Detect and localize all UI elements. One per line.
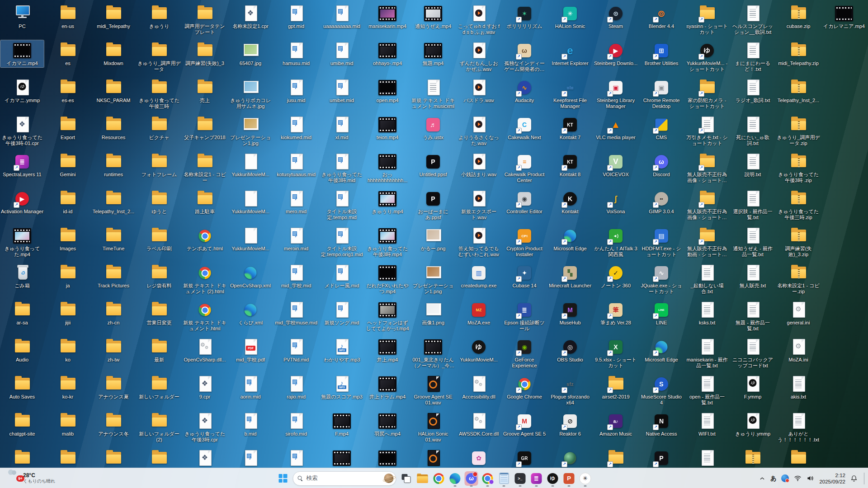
desktop-icon-YukkuriMovieM...[interactable]: YukkuriMovieM... <box>229 225 272 253</box>
search-box[interactable]: 検索 <box>293 471 396 486</box>
desktop-icon-HALion Sonic 01.wav[interactable]: HALion Sonic 01.wav <box>411 411 455 444</box>
desktop-icon-JQuake.exe - ショートカット[interactable]: ∿↗JQuake.exe - ショートカット <box>640 263 683 296</box>
desktop-icon-ニコニコバックアップコードtxt[interactable]: ニコニコバックアップコードtxt <box>731 337 774 370</box>
desktop-icon-aorin.mid[interactable]: ♪aorin.mid <box>229 374 272 401</box>
desktop-icon-名称未設定1 - コピー[interactable]: 名称未設定1 - コピー <box>183 151 226 184</box>
desktop-icon-ar-sa[interactable]: ar-sa <box>0 300 44 327</box>
desktop-icon-売上[interactable]: 売上 <box>183 77 226 104</box>
desktop-icon-ラジオ_歌詞.txt[interactable]: ラジオ_歌詞.txt <box>731 77 774 104</box>
desktop-icon-c10r13[interactable] <box>411 448 455 468</box>
desktop-icon-VLC media player[interactable]: ▲↗VLC media player <box>594 114 637 141</box>
desktop-icon-調声用データテンプレート[interactable]: 調声用データテンプレート <box>183 3 226 36</box>
desktop-icon-かるー.png[interactable]: かるー.png <box>411 225 455 253</box>
desktop-icon-9.cpr[interactable]: ❖9.cpr <box>183 374 226 401</box>
desktop-icon-新規エクスポート.wav[interactable]: 新規エクスポート.wav <box>457 188 500 221</box>
desktop-icon-新しいフォルダー[interactable]: 新しいフォルダー <box>137 374 181 401</box>
desktop-icon-Chrome Remote Desktop[interactable]: ▣↗Chrome Remote Desktop <box>640 77 683 110</box>
desktop-icon-イカレマニア.mp4[interactable]: イカレマニア.mp4 <box>822 3 866 30</box>
desktop-icon-Track Pictures[interactable]: Track Pictures <box>92 263 135 290</box>
desktop-icon-OpenCvSharp.dll...[interactable]: ⚙⚙OpenCvSharp.dll... <box>183 337 226 364</box>
desktop-icon-Controller Editor[interactable]: ◉↗Controller Editor <box>503 188 546 216</box>
desktop-icon-Cakewalk Product Center[interactable]: ≡↗Cakewalk Product Center <box>503 151 546 184</box>
desktop-icon-midi_Telepathy[interactable]: midi_Telepathy <box>92 3 135 30</box>
desktop-icon-画像1.png[interactable]: 画像1.png <box>411 300 455 327</box>
desktop-icon-teion.mp4[interactable]: teion.mp4 <box>366 114 409 141</box>
desktop-icon-umibe.mid[interactable]: ♪umibe.mid <box>320 40 363 67</box>
desktop-icon-タイトル未設定.tempo.mid[interactable]: ♪タイトル未設定.tempo.mid <box>320 188 363 221</box>
taskbar-icon-spectralayers[interactable]: ≣ <box>530 471 543 486</box>
desktop-icon-F.ymmp[interactable]: ゆF.ymmp <box>731 374 774 401</box>
desktop-icon-イカマニ.mp4[interactable]: イカマニ.mp4 <box>0 40 44 67</box>
desktop-icon-きゅうり食ってた午後3時-01.cpr[interactable]: ❖きゅうり食ってた午後3時-01.cpr <box>0 114 44 147</box>
show-desktop-button[interactable] <box>864 473 864 484</box>
desktop-icon-Blender 4.4[interactable]: ⊚↗Blender 4.4 <box>640 3 683 30</box>
desktop-icon-選択肢 - 親作品一覧.txt[interactable]: 選択肢 - 親作品一覧.txt <box>731 188 774 221</box>
desktop-icon-Microsoft Edge[interactable]: ↗Microsoft Edge <box>640 337 683 364</box>
desktop-icon-ポトポト弾ニャリフ®[interactable]: ✿ポトポト弾ニャリフ® <box>457 448 500 468</box>
desktop-icon-無人販売不正行為動画 - ショートカット[interactable]: ↗無人販売不正行為動画 - ショートカット <box>685 225 729 258</box>
desktop-icon-airset2-2019[interactable]: ↗airset2-2019 <box>594 374 637 401</box>
desktop-icon-Steam[interactable]: ⊙↗Steam <box>594 3 637 30</box>
desktop-icon-open.mp4[interactable]: open.mp4 <box>366 77 409 104</box>
desktop-icon-mid_学校muse.mid[interactable]: ♪mid_学校muse.mid <box>274 300 318 327</box>
desktop-icon-新しいフォルダー (2)[interactable]: 新しいフォルダー (2) <box>137 411 181 444</box>
desktop-icon-通知うぜえ.mp4[interactable]: 通知うぜえ.mp4 <box>411 3 455 30</box>
taskbar-icon-terminal[interactable]: >_ <box>514 471 527 486</box>
desktop-icon-プレゼンテーション1.jpg[interactable]: プレゼンテーション1.jpg <box>229 114 272 147</box>
desktop-icon-ずんだもん_しおかぜふ.wav[interactable]: ずんだもん_しおかぜふ.wav <box>457 40 500 73</box>
start-button[interactable] <box>276 471 290 486</box>
desktop-icon-c1r13[interactable] <box>0 448 44 468</box>
desktop-icon-gpt.mid[interactable]: ♪gpt.mid <box>274 3 318 30</box>
desktop-icon-Reaktor 6[interactable]: ⊘↗Reaktor 6 <box>548 411 592 438</box>
desktop-icon-名称未設定1.cpr[interactable]: ❖名称未設定1.cpr <box>229 3 272 30</box>
desktop-icon-HDDFMT.exe - ショートカット[interactable]: ▤↗HDDFMT.exe - ショートカット <box>640 225 683 258</box>
desktop-icon-答え知ってるでもむずいわこれ.wav[interactable]: 答え知ってるでもむずいわこれ.wav <box>457 225 500 258</box>
desktop-icon-Epson 接続診断ツール[interactable]: ≣↗Epson 接続診断ツール <box>503 300 546 333</box>
desktop-icon-PC[interactable]: PC <box>0 3 44 30</box>
desktop-icon-新規 テキスト ドキュメント (2).html[interactable]: 新規 テキスト ドキュメント (2).html <box>183 263 226 296</box>
desktop-icon-フォトフレーム[interactable]: フォトフレーム <box>137 151 181 178</box>
desktop-icon-新規 テキスト ドキュメント.html[interactable]: 新規 テキスト ドキュメント.html <box>183 300 226 333</box>
desktop-icon-es-es[interactable]: es-es <box>46 77 90 104</box>
desktop-icon-Internet Explorer[interactable]: e↗Internet Explorer <box>548 40 592 67</box>
desktop-icon-zh-cn[interactable]: zh-cn <box>92 300 135 327</box>
desktop-icon-Cubase 14[interactable]: ✦↗Cubase 14 <box>503 263 546 290</box>
desktop-icon-よりうるさくなった.wav[interactable]: よりうるさくなった.wav <box>457 114 500 147</box>
tray-chevron-up-icon[interactable] <box>759 475 765 482</box>
desktop-icon-Keepforest File Manager[interactable]: ıılıı↗Keepforest File Manager <box>548 77 592 110</box>
desktop-icon-c9r13[interactable] <box>366 448 409 468</box>
desktop-icon-Native Access[interactable]: N↗Native Access <box>640 411 683 438</box>
desktop-icon-runtimes[interactable]: runtimes <box>92 151 135 178</box>
desktop-icon-メドレー風.mid[interactable]: ♪メドレー風.mid <box>320 263 363 290</box>
desktop-icon-rajio.mid[interactable]: ♪rajio.mid <box>274 374 318 401</box>
desktop-icon-kotusytuaaus.mid[interactable]: ♪kotusytuaaus.mid <box>274 151 318 178</box>
desktop-icon-きゅうり食ってた午後三時[interactable]: きゅうり食ってた午後三時 <box>137 77 181 110</box>
desktop-icon-名称未設定1 - コピー.zip[interactable]: 名称未設定1 - コピー.zip <box>777 263 820 296</box>
desktop-icon-VOICEVOX[interactable]: V↗VOICEVOX <box>594 151 637 178</box>
desktop-icon-midi_Telepathy.zip[interactable]: midi_Telepathy.zip <box>777 40 820 67</box>
desktop-icon-きゅうり.mp4[interactable]: きゅうり.mp4 <box>366 188 409 216</box>
desktop-icon-xl.mid[interactable]: ♪xl.mid <box>320 114 363 141</box>
desktop-icon-かんたん！AITalk 3 関西風[interactable]: ◄)↗かんたん！AITalk 3 関西風 <box>594 225 637 258</box>
desktop-icon-createdump.exe[interactable]: ▥createdump.exe <box>457 263 500 290</box>
desktop-icon-SpectraLayers 11[interactable]: ≣↗SpectraLayers 11 <box>0 151 44 178</box>
desktop-icon-Kontakt 8[interactable]: KT↗Kontakt 8 <box>548 151 592 178</box>
desktop-icon-Steinberg Downlo...[interactable]: ▶↗Steinberg Downlo... <box>594 40 637 67</box>
desktop-icon-きゅうり.ymmp[interactable]: ゆきゅうり.ymmp <box>731 411 774 438</box>
desktop-icon-chatgpt-site[interactable]: chatgpt-site <box>0 411 44 438</box>
taskbar-icon-chatgpt[interactable]: ✳ <box>579 471 592 486</box>
desktop-icon-c17r13[interactable] <box>731 448 774 468</box>
desktop-icon-Accessibility.dll[interactable]: ⚙⚙Accessibility.dll <box>457 374 500 401</box>
desktop-icon-Groove Agent SE 01.wav[interactable]: Groove Agent SE 01.wav <box>411 374 455 407</box>
desktop-icon-新規ソング.mid[interactable]: ♪新規ソング.mid <box>320 300 363 327</box>
desktop-icon-Auto Saves[interactable]: Auto Saves <box>0 374 44 401</box>
desktop-icon-umibet.mid[interactable]: ♪umibet.mid <box>320 77 363 104</box>
desktop-icon-きゅうり食ってた午後3時.mp4[interactable]: きゅうり食ってた午後3時.mp4 <box>366 225 409 258</box>
desktop-icon-syasinn - ショートカット[interactable]: ↗syasinn - ショートカット <box>685 3 729 36</box>
desktop-icon-筆まめ Ver.28[interactable]: 筆↗筆まめ Ver.28 <box>594 300 637 327</box>
desktop-icon-Cakewalk Next[interactable]: C↗Cakewalk Next <box>503 114 546 141</box>
desktop-icon-テンポあて.html[interactable]: テンポあて.html <box>183 225 226 253</box>
desktop-icon-ksks.txt[interactable]: ksks.txt <box>685 300 729 327</box>
desktop-icon-調声練習(失敗)_3[interactable]: 調声練習(失敗)_3 <box>183 40 226 67</box>
desktop-icon-タイトル未設定.tempo.orig1.mid[interactable]: ♪タイトル未設定.tempo.orig1.mid <box>320 225 363 258</box>
